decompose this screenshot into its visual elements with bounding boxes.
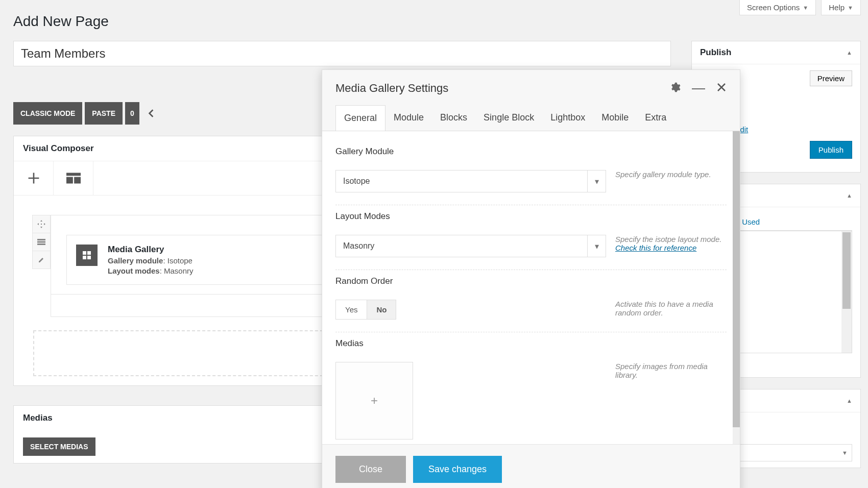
random-yes-button[interactable]: Yes — [335, 300, 367, 320]
screen-options-button[interactable]: Screen Options ▼ — [739, 0, 816, 15]
templates-button[interactable] — [54, 161, 93, 195]
publish-button[interactable]: Publish — [810, 141, 852, 159]
layout-modes-help: Specify the isotpe layout mode. Check th… — [615, 235, 727, 257]
gallery-module-select[interactable]: Isotope ▾ — [335, 170, 606, 192]
screen-options-label: Screen Options — [747, 3, 800, 12]
scrollbar[interactable] — [733, 131, 740, 444]
help-label: Help — [829, 3, 845, 12]
layout-modes-label: Layout Modes — [335, 211, 727, 222]
minimize-icon[interactable]: — — [692, 80, 705, 96]
svg-rect-8 — [83, 256, 86, 259]
preview-button[interactable]: Preview — [810, 70, 852, 86]
publish-title: Publish — [700, 47, 731, 58]
caret-up-icon[interactable]: ▲ — [847, 50, 852, 56]
layout-modes-value: Masonry — [343, 241, 374, 251]
module-title: Media Gallery — [108, 245, 194, 255]
paste-button[interactable]: PASTE — [85, 102, 123, 125]
chevron-left-icon[interactable] — [145, 107, 157, 119]
layout-reference-link[interactable]: Check this for reference — [615, 243, 696, 252]
tab-general[interactable]: General — [335, 105, 385, 131]
tab-module[interactable]: Module — [385, 105, 432, 131]
random-no-button[interactable]: No — [367, 300, 396, 320]
tab-blocks[interactable]: Blocks — [432, 105, 475, 131]
caret-up-icon[interactable]: ▲ — [847, 192, 852, 199]
tab-mobile[interactable]: Mobile — [593, 105, 637, 131]
svg-rect-3 — [37, 239, 45, 240]
module-meta-2: Layout modes: Masonry — [108, 266, 194, 275]
medias-help: Specify images from media library. — [615, 362, 727, 440]
modal-title: Media Gallery Settings — [335, 82, 448, 95]
caret-up-icon[interactable]: ▲ — [847, 398, 852, 404]
gallery-module-label: Gallery Module — [335, 147, 727, 157]
svg-rect-1 — [66, 177, 73, 184]
caret-down-icon: ▼ — [848, 5, 853, 11]
svg-rect-5 — [37, 243, 45, 245]
tab-extra[interactable]: Extra — [637, 105, 674, 131]
close-icon[interactable] — [716, 82, 727, 94]
layout-modes-select[interactable]: Masonry ▾ — [335, 235, 606, 257]
caret-down-icon: ▼ — [842, 450, 848, 456]
scrollbar[interactable] — [841, 231, 852, 353]
module-meta-1: Gallery module: Isotope — [108, 256, 194, 265]
tab-lightbox[interactable]: Lightbox — [542, 105, 593, 131]
svg-rect-4 — [37, 241, 45, 243]
classic-mode-button[interactable]: CLASSIC MODE — [13, 102, 82, 125]
paste-count[interactable]: 0 — [125, 102, 139, 125]
page-heading: Add New Page — [0, 0, 868, 30]
grid-icon — [76, 245, 98, 266]
random-order-toggle: Yes No — [335, 300, 606, 320]
tab-single-block[interactable]: Single Block — [475, 105, 542, 131]
move-handle[interactable] — [32, 215, 51, 233]
media-gallery-settings-modal: Media Gallery Settings — General Module … — [322, 69, 740, 488]
gallery-module-value: Isotope — [343, 177, 370, 186]
save-changes-button[interactable]: Save changes — [413, 456, 502, 483]
gallery-module-help: Specify gallery module type. — [615, 170, 727, 192]
page-title-input[interactable] — [13, 41, 671, 66]
close-button[interactable]: Close — [335, 456, 406, 483]
add-media-button[interactable]: + — [335, 362, 413, 440]
svg-rect-6 — [83, 251, 86, 255]
gear-icon[interactable] — [669, 82, 681, 94]
random-order-help: Activate this to have a media random ord… — [615, 300, 727, 320]
medias-label: Medias — [335, 338, 727, 349]
select-medias-button[interactable]: SELECT MEDIAS — [23, 437, 95, 456]
svg-rect-0 — [66, 173, 81, 176]
add-element-button[interactable] — [14, 161, 54, 195]
caret-down-icon: ▾ — [587, 235, 606, 257]
svg-rect-7 — [87, 251, 91, 255]
svg-rect-2 — [74, 177, 81, 184]
help-button[interactable]: Help ▼ — [821, 0, 861, 15]
svg-rect-9 — [87, 256, 91, 259]
random-order-label: Random Order — [335, 276, 727, 286]
edit-handle[interactable] — [32, 251, 51, 269]
columns-handle[interactable] — [32, 233, 51, 251]
caret-down-icon: ▼ — [803, 5, 808, 11]
caret-down-icon: ▾ — [587, 170, 606, 192]
